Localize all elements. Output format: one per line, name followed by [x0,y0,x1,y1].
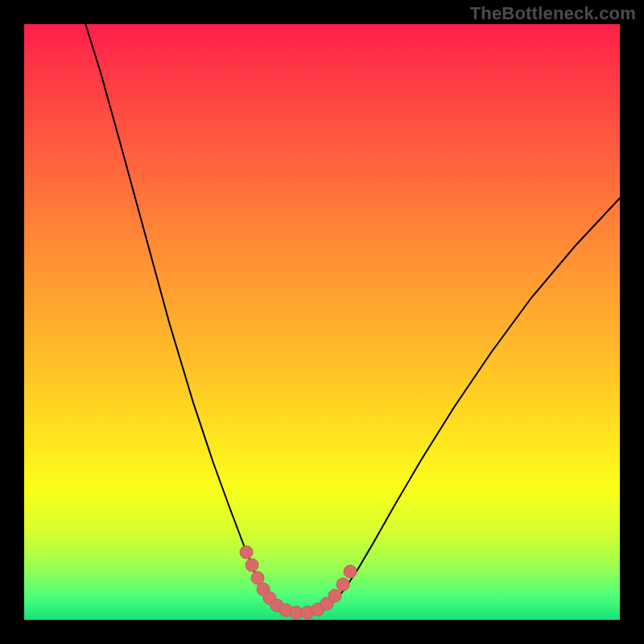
chart-frame: TheBottleneck.com [0,0,644,644]
plot-area [24,24,620,620]
curve-layer [24,24,620,620]
trough-beads [240,546,357,619]
curve-right-branch [295,198,620,613]
trough-bead [251,572,264,584]
trough-bead [336,578,349,591]
trough-bead [246,559,258,572]
watermark-text: TheBottleneck.com [470,3,636,24]
trough-bead [240,546,253,559]
trough-bead [328,589,341,602]
trough-bead [344,565,357,578]
curve-left-branch [80,8,295,613]
